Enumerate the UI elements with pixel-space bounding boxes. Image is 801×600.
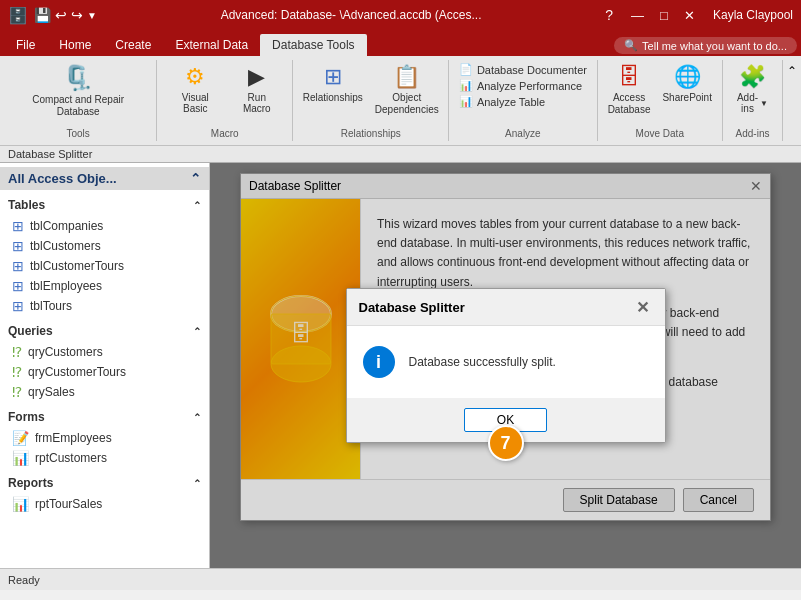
visual-basic-button[interactable]: ⚙ Visual Basic [165, 62, 225, 116]
compact-repair-button[interactable]: 🗜️ Compact and Repair Database [8, 62, 148, 120]
nav-pane: All Access Obje... ⌃ Tables ⌃ ⊞ tblCompa… [0, 163, 210, 568]
addins-items: 🧩 Add-ins ▼ [730, 62, 774, 124]
query-icon: ⁉ [12, 344, 22, 360]
tab-external-data[interactable]: External Data [163, 34, 260, 56]
undo-button[interactable]: ↩ [55, 7, 67, 23]
nav-item-qrycustomertours[interactable]: ⁉ qryCustomerTours [0, 362, 209, 382]
reports-label: Reports [8, 476, 53, 490]
nav-section-forms[interactable]: Forms ⌃ [0, 406, 209, 428]
nav-item-tblcompanies[interactable]: ⊞ tblCompanies [0, 216, 209, 236]
nav-collapse-icon[interactable]: ⌃ [190, 171, 201, 186]
nav-item-tblcustomertours[interactable]: ⊞ tblCustomerTours [0, 256, 209, 276]
status-text: Ready [8, 574, 40, 586]
nav-section-reports[interactable]: Reports ⌃ [0, 472, 209, 494]
analyze-group-label: Analyze [505, 128, 541, 139]
analyze-table-icon: 📊 [459, 95, 473, 108]
app-icon: 🗄️ [8, 6, 28, 25]
dialog-title-text: Database Splitter [359, 300, 465, 315]
table-icon: ⊞ [12, 238, 24, 254]
analyze-performance-button[interactable]: 📊 Analyze Performance [455, 78, 586, 93]
maximize-button[interactable]: □ [654, 8, 674, 23]
query-icon: ⁉ [12, 384, 22, 400]
tools-items: 🗜️ Compact and Repair Database [8, 62, 148, 124]
help-button[interactable]: ? [605, 7, 613, 23]
ribbon-collapse-button[interactable]: ⌃ [783, 60, 801, 82]
object-dependencies-icon: 📋 [393, 64, 420, 90]
dialog-container: Database Splitter ✕ i Database successfu… [346, 288, 666, 443]
run-macro-button[interactable]: ▶ Run Macro [229, 62, 284, 116]
compact-repair-icon: 🗜️ [63, 64, 93, 92]
macro-items: ⚙ Visual Basic ▶ Run Macro [165, 62, 284, 124]
access-database-button[interactable]: 🗄 AccessDatabase [604, 62, 655, 118]
nav-section-queries[interactable]: Queries ⌃ [0, 320, 209, 342]
nav-item-rptcustomers[interactable]: 📊 rptCustomers [0, 448, 209, 468]
tools-group-label: Tools [66, 128, 89, 139]
chevron-up-icon: ⌃ [787, 64, 797, 78]
report-icon: 📊 [12, 450, 29, 466]
nav-item-frmemployees[interactable]: 📝 frmEmployees [0, 428, 209, 448]
dialog-content: i Database successfully split. [347, 326, 665, 398]
save-icon[interactable]: 💾 [34, 7, 51, 23]
tab-file[interactable]: File [4, 34, 47, 56]
tables-label: Tables [8, 198, 45, 212]
dialog: Database Splitter ✕ i Database successfu… [346, 288, 666, 443]
ribbon-group-move-data: 🗄 AccessDatabase 🌐 SharePoint Move Data [598, 60, 723, 141]
run-macro-icon: ▶ [248, 64, 265, 90]
reports-collapse-icon[interactable]: ⌃ [193, 478, 201, 489]
nav-section-tables[interactable]: Tables ⌃ [0, 194, 209, 216]
nav-title[interactable]: All Access Obje... ⌃ [0, 167, 209, 190]
nav-item-qrycustomers[interactable]: ⁉ qryCustomers [0, 342, 209, 362]
tab-database-tools[interactable]: Database Tools [260, 34, 367, 56]
ribbon-group-relationships: ⊞ Relationships 📋 ObjectDependencies Rel… [293, 60, 449, 141]
minimize-button[interactable]: — [625, 8, 650, 23]
table-icon: ⊞ [12, 258, 24, 274]
subbar: Database Splitter [0, 146, 801, 163]
close-button[interactable]: ✕ [678, 8, 701, 23]
addins-icon: 🧩 [739, 64, 766, 90]
visual-basic-icon: ⚙ [185, 64, 205, 90]
nav-item-qrysales[interactable]: ⁉ qrySales [0, 382, 209, 402]
move-data-items: 🗄 AccessDatabase 🌐 SharePoint [604, 62, 716, 124]
ribbon-group-tools: 🗜️ Compact and Repair Database Tools [0, 60, 157, 141]
sharepoint-icon: 🌐 [674, 64, 701, 90]
analyze-table-button[interactable]: 📊 Analyze Table [455, 94, 549, 109]
report-icon: 📊 [12, 496, 29, 512]
title-bar-right: ? — □ ✕ Kayla Claypool [605, 7, 793, 23]
table-icon: ⊞ [12, 278, 24, 294]
tab-create[interactable]: Create [103, 34, 163, 56]
sharepoint-button[interactable]: 🌐 SharePoint [658, 62, 715, 105]
ribbon-tabs: File Home Create External Data Database … [0, 30, 801, 56]
tables-collapse-icon[interactable]: ⌃ [193, 200, 201, 211]
macro-group-label: Macro [211, 128, 239, 139]
info-icon: i [363, 346, 395, 378]
subbar-text: Database Splitter [8, 148, 92, 160]
nav-item-tblemployees[interactable]: ⊞ tblEmployees [0, 276, 209, 296]
ribbon-group-addins: 🧩 Add-ins ▼ Add-ins [723, 60, 783, 141]
quick-access-more[interactable]: ▼ [87, 10, 97, 21]
forms-collapse-icon[interactable]: ⌃ [193, 412, 201, 423]
forms-label: Forms [8, 410, 45, 424]
dialog-close-button[interactable]: ✕ [633, 297, 653, 317]
nav-title-text: All Access Obje... [8, 171, 117, 186]
title-bar-left: 🗄️ 💾 ↩ ↪ ▼ [8, 6, 97, 25]
relationships-group-label: Relationships [341, 128, 401, 139]
relationships-icon: ⊞ [324, 64, 342, 90]
user-name: Kayla Claypool [713, 8, 793, 22]
tell-me-bar[interactable]: 🔍 Tell me what you want to do... [614, 37, 797, 54]
object-dependencies-button[interactable]: 📋 ObjectDependencies [371, 62, 443, 118]
step-number: 7 [500, 433, 510, 454]
workspace: Database Splitter ✕ 🗄 This wizard moves … [210, 163, 801, 568]
queries-collapse-icon[interactable]: ⌃ [193, 326, 201, 337]
db-documenter-button[interactable]: 📄 Database Documenter [455, 62, 591, 77]
dialog-overlay: Database Splitter ✕ i Database successfu… [210, 163, 801, 568]
access-database-icon: 🗄 [618, 64, 640, 90]
tab-home[interactable]: Home [47, 34, 103, 56]
dialog-message: Database successfully split. [409, 355, 556, 369]
redo-button[interactable]: ↪ [71, 7, 83, 23]
addins-button[interactable]: 🧩 Add-ins ▼ [730, 62, 774, 116]
nav-item-rpttoursales[interactable]: 📊 rptTourSales [0, 494, 209, 514]
relationships-button[interactable]: ⊞ Relationships [299, 62, 367, 105]
nav-item-tbltours[interactable]: ⊞ tblTours [0, 296, 209, 316]
nav-item-tblcustomers[interactable]: ⊞ tblCustomers [0, 236, 209, 256]
ribbon-group-macro: ⚙ Visual Basic ▶ Run Macro Macro [157, 60, 293, 141]
